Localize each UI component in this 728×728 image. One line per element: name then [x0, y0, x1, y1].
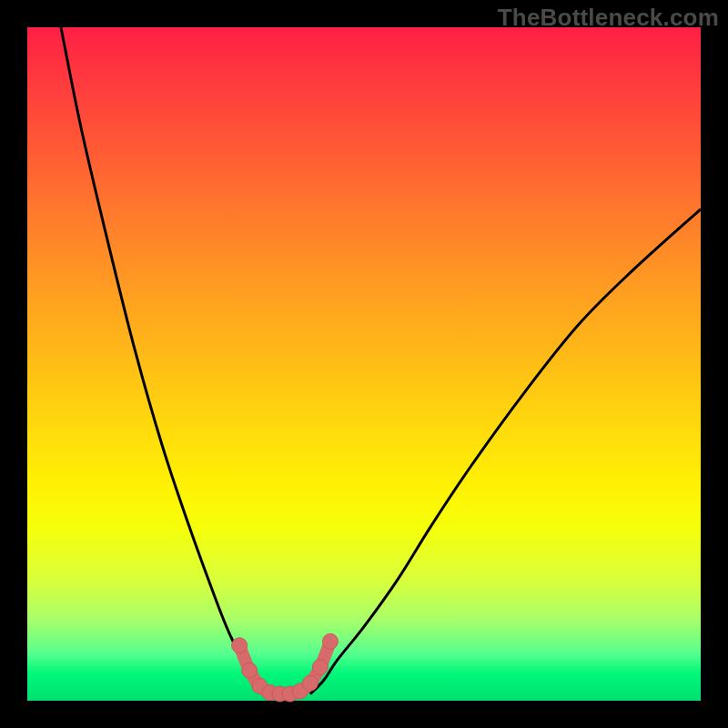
valley-markers-group — [232, 633, 339, 702]
chart-frame: TheBottleneck.com — [0, 0, 728, 728]
bottleneck-curve-left — [61, 27, 263, 694]
bottleneck-curve-right — [310, 209, 701, 694]
valley-marker — [323, 633, 339, 649]
plot-area — [27, 27, 701, 701]
valley-marker — [302, 675, 318, 691]
valley-marker — [242, 662, 258, 678]
valley-marker — [232, 638, 248, 653]
curve-layer — [27, 27, 701, 701]
valley-marker — [312, 660, 328, 675]
